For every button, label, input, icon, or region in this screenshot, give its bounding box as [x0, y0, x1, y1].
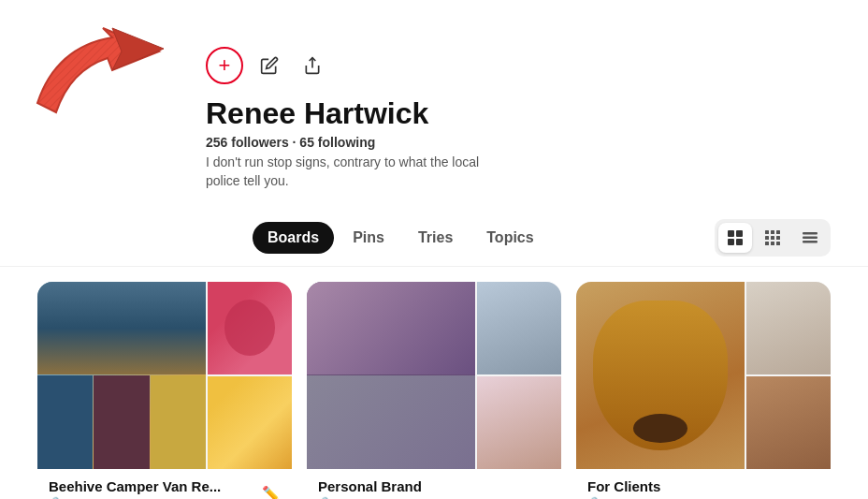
board-card[interactable]: Beehive Camper Van Re... 🔒 9 Pins ✏️	[37, 282, 292, 499]
board-title-area: Beehive Camper Van Re... 🔒 9 Pins	[49, 478, 221, 499]
small-grid-icon	[764, 229, 781, 246]
board-title: Personal Brand	[318, 478, 422, 494]
svg-rect-14	[776, 242, 780, 245]
pencil-icon	[260, 56, 279, 75]
svg-rect-16	[803, 236, 817, 239]
board-main-image	[576, 282, 745, 469]
board-top-image	[477, 282, 561, 374]
board-info: For Clients 🔒 90 Pins	[576, 469, 831, 499]
svg-rect-11	[776, 236, 780, 240]
svg-rect-8	[776, 230, 780, 234]
profile-stats: 256 followers · 65 following	[206, 135, 486, 150]
tab-tries[interactable]: Tries	[403, 222, 468, 254]
edit-profile-button[interactable]	[253, 49, 286, 82]
board-title-area: Personal Brand 🔒 40 Pins	[318, 478, 422, 499]
svg-rect-9	[765, 236, 769, 240]
board-info: Personal Brand 🔒 40 Pins	[307, 469, 561, 499]
svg-rect-3	[736, 230, 743, 237]
svg-rect-13	[771, 242, 774, 245]
list-view-button[interactable]	[793, 223, 827, 253]
small-grid-view-button[interactable]	[756, 223, 789, 253]
share-button[interactable]	[296, 49, 329, 82]
board-main-image	[37, 282, 206, 469]
profile-bio: I don't run stop signs, contrary to what…	[206, 154, 486, 190]
board-title: Beehive Camper Van Re...	[49, 478, 221, 494]
board-title-area: For Clients 🔒 90 Pins	[587, 478, 660, 499]
large-grid-view-button[interactable]	[718, 223, 752, 253]
svg-rect-5	[736, 239, 743, 245]
svg-rect-7	[771, 230, 774, 234]
boards-grid: Beehive Camper Van Re... 🔒 9 Pins ✏️	[0, 267, 868, 499]
board-images	[307, 282, 561, 469]
list-icon	[802, 229, 818, 246]
tab-topics[interactable]: Topics	[471, 222, 548, 254]
board-edit-button[interactable]: ✏️	[262, 485, 281, 499]
add-button[interactable]: +	[206, 47, 243, 84]
profile-section: + Renee Hartwick 256 followers · 65 foll…	[0, 0, 868, 210]
board-bottom-image	[208, 376, 292, 469]
board-pin-count: 🔒 90 Pins	[587, 496, 660, 499]
profile-name: Renee Hartwick	[206, 95, 486, 131]
arrow-icon	[19, 19, 187, 164]
action-buttons: +	[206, 47, 486, 84]
view-options	[715, 219, 831, 257]
board-info: Beehive Camper Van Re... 🔒 9 Pins ✏️	[37, 469, 292, 499]
svg-rect-15	[803, 232, 817, 235]
board-card[interactable]: For Clients 🔒 90 Pins	[576, 282, 831, 499]
large-grid-icon	[727, 229, 744, 246]
board-images	[576, 282, 831, 469]
svg-rect-2	[728, 230, 734, 237]
board-title: For Clients	[587, 478, 660, 494]
svg-rect-6	[765, 230, 769, 234]
board-pin-count: 🔒 9 Pins	[49, 496, 221, 499]
tabs-list: Boards Pins Tries Topics	[253, 222, 549, 254]
svg-rect-12	[765, 242, 769, 245]
svg-rect-4	[728, 239, 734, 245]
board-bottom-image	[746, 376, 831, 469]
board-pin-count: 🔒 40 Pins	[318, 496, 422, 499]
board-top-image	[746, 282, 831, 374]
board-images	[37, 282, 292, 469]
share-icon	[303, 56, 322, 75]
board-top-image	[208, 282, 292, 374]
svg-rect-17	[803, 241, 817, 243]
board-main-image	[307, 282, 475, 469]
board-bottom-image	[477, 376, 561, 469]
tab-boards[interactable]: Boards	[253, 222, 334, 254]
board-card[interactable]: Personal Brand 🔒 40 Pins	[307, 282, 561, 499]
profile-info: + Renee Hartwick 256 followers · 65 foll…	[206, 19, 486, 191]
avatar	[19, 19, 187, 169]
tab-pins[interactable]: Pins	[338, 222, 399, 254]
tabs-section: Boards Pins Tries Topics	[0, 210, 868, 267]
svg-rect-10	[771, 236, 774, 240]
